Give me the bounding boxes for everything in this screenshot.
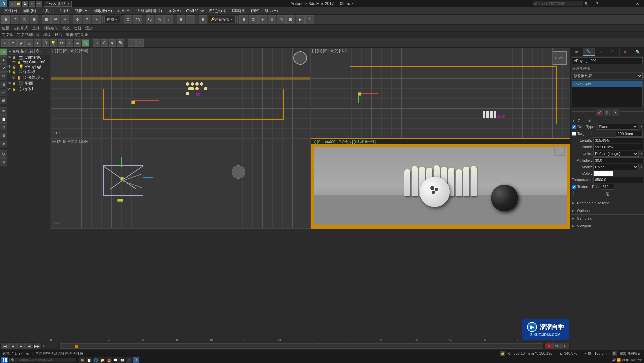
set-key-btn[interactable]: 键: [553, 343, 561, 349]
tool-extra5[interactable]: ⊞: [0, 158, 7, 166]
label-modeling[interactable]: 建模: [2, 25, 9, 31]
sublabel-0[interactable]: 定义集: [2, 32, 13, 37]
scale-btn[interactable]: ⇱: [20, 15, 29, 24]
units-dropdown[interactable]: Default (image): [593, 151, 639, 157]
menu-civil-view[interactable]: Civil View: [183, 8, 206, 14]
gizmo-top[interactable]: [129, 97, 136, 104]
menu-custom[interactable]: 自定义(U): [206, 7, 229, 14]
taskbar-icon-5[interactable]: 🦊: [106, 357, 112, 363]
viewport-front[interactable]: [+] [前] [用户定义] [线框] FRONT: [311, 48, 571, 138]
res-value[interactable]: [601, 184, 614, 190]
link-btn[interactable]: ⛓: [51, 15, 60, 24]
label-populate[interactable]: 填充: [62, 25, 70, 31]
menu-edit[interactable]: 编辑(E): [20, 7, 39, 14]
viewport-top[interactable]: [+] [顶] [用户定义] [线框]: [51, 48, 311, 138]
icon-spacewarp[interactable]: ≋: [74, 39, 81, 47]
frame-counter[interactable]: 0 / 30: [42, 343, 58, 349]
tool-extra[interactable]: ⊡: [0, 123, 7, 131]
start-btn[interactable]: [1, 357, 8, 363]
label-selection[interactable]: 选择: [32, 25, 40, 31]
snap-s-btn[interactable]: ↑: [164, 15, 173, 24]
panel-modify-icon[interactable]: 🔧: [583, 48, 595, 56]
pin-btn[interactable]: 📌: [596, 109, 603, 116]
icon-display[interactable]: ◎: [109, 39, 116, 47]
menu-modifier[interactable]: 修改器(M): [91, 7, 115, 14]
eye-icon-4[interactable]: 👁: [7, 69, 11, 74]
menu-view[interactable]: 视图(V): [72, 7, 91, 14]
anim-prev-btn[interactable]: ◀: [9, 343, 17, 349]
scene-item-object1[interactable]: 👁 🔒 ⬡ 物体1: [7, 86, 50, 92]
tool-freeform[interactable]: ↗: [0, 64, 7, 72]
icon-sphere[interactable]: ●: [34, 39, 41, 47]
panel-utility-icon[interactable]: 🔩: [632, 48, 644, 56]
icon-camera2[interactable]: ⊙: [58, 39, 65, 47]
tool-link[interactable]: ⛓: [0, 97, 7, 104]
texture-none-btn[interactable]: 无: [573, 191, 641, 197]
search-input[interactable]: [533, 1, 583, 6]
icon-select[interactable]: ⊕: [1, 39, 9, 47]
general-header[interactable]: ▼ General: [572, 118, 643, 123]
scale-tool[interactable]: ⤡: [92, 15, 101, 24]
eye-icon-5[interactable]: 👁: [12, 75, 16, 80]
icon-light[interactable]: 💡: [50, 39, 57, 47]
undo-btn[interactable]: ↩: [29, 1, 35, 7]
on-checkbox[interactable]: [572, 125, 576, 129]
key-filter-btn[interactable]: 过: [561, 343, 569, 349]
help-btn[interactable]: ?: [590, 0, 604, 7]
icon-helpers[interactable]: +: [66, 39, 73, 47]
rotate-btn[interactable]: ↺: [11, 15, 19, 24]
pivot-btn[interactable]: ⊡: [124, 15, 132, 24]
graph-btn[interactable]: ⊞: [239, 15, 248, 24]
tool-display[interactable]: 👁: [0, 107, 7, 115]
taskbar-icon-7[interactable]: 📧: [119, 357, 125, 363]
sampling-header[interactable]: ▶ Sampling: [572, 216, 643, 221]
options-header[interactable]: ▶ Options: [572, 208, 643, 213]
eye-icon-1[interactable]: 👁: [7, 55, 11, 60]
viewport-cube-front[interactable]: FRONT: [553, 51, 567, 65]
filter-dropdown[interactable]: 🔑建链接集 ▼: [208, 16, 236, 23]
new-btn[interactable]: □: [9, 1, 15, 7]
auto-key-btn[interactable]: 自: [545, 343, 553, 349]
icon-move[interactable]: ✦: [9, 39, 17, 47]
anim-end-btn[interactable]: ▶▶|: [34, 343, 41, 349]
mat-editor-btn[interactable]: ◈: [258, 15, 267, 24]
type-dropdown[interactable]: Plane: [597, 124, 638, 130]
taskbar-icon-3[interactable]: 🌐: [93, 357, 99, 363]
menu-group[interactable]: 组(G): [57, 7, 72, 14]
icon-hierarchy[interactable]: ⊿: [93, 39, 100, 47]
icon-extra2[interactable]: ?: [136, 39, 144, 47]
menu-graph-editor[interactable]: 图形编辑器(D): [133, 7, 165, 14]
menu-animation[interactable]: 动画(A): [115, 7, 133, 14]
gizmo-front[interactable]: [355, 93, 362, 100]
tool-region[interactable]: ⊞: [0, 81, 7, 88]
mirror-btn[interactable]: ↔: [186, 15, 195, 24]
modifier-item-vraylight[interactable]: VRayLight: [572, 81, 642, 87]
multiplier-value[interactable]: [593, 157, 643, 163]
scene-item-camera0-1[interactable]: 👁 🔒 📷 Camera0: [7, 55, 50, 60]
label-freeform[interactable]: 自由形式: [13, 25, 28, 31]
menu-render[interactable]: 渲染(R): [165, 7, 184, 14]
help-btn2[interactable]: ?: [305, 15, 314, 24]
scene-item-vraylight[interactable]: 👁 🔒 💡 VRayLigh: [7, 64, 50, 69]
close-btn[interactable]: ✕: [631, 0, 644, 7]
sublabel-1[interactable]: 定义空间区域: [17, 32, 39, 37]
tool-move[interactable]: ✚: [0, 56, 7, 64]
icon-utilities[interactable]: 🔩: [117, 39, 124, 47]
coord-lock-btn[interactable]: 🔒: [500, 351, 505, 356]
rect-disc-header[interactable]: ▶ Rectangle/disc light: [572, 200, 643, 206]
reference-coord[interactable]: 参照 ▼: [104, 16, 120, 23]
tool-shape[interactable]: □: [0, 72, 7, 80]
object-name-field[interactable]: [572, 57, 643, 64]
taskbar-icon-3ds[interactable]: 3: [133, 357, 139, 363]
snap3-btn[interactable]: 3½: [146, 15, 154, 24]
panel-create-icon[interactable]: ⊕: [571, 48, 583, 56]
panel-hierarchy-icon[interactable]: ⊿: [595, 48, 607, 56]
width-value[interactable]: [593, 144, 643, 150]
icon-shape[interactable]: △: [25, 39, 33, 47]
icon-paint[interactable]: 🖌: [17, 39, 25, 47]
save-btn[interactable]: 💾: [22, 1, 28, 7]
maximize-btn[interactable]: □: [617, 0, 631, 7]
move-btn[interactable]: ✛: [73, 15, 82, 24]
taskbar-icon-1[interactable]: ⊞: [79, 357, 85, 363]
viewport-header[interactable]: ▶ Viewport: [572, 223, 643, 229]
